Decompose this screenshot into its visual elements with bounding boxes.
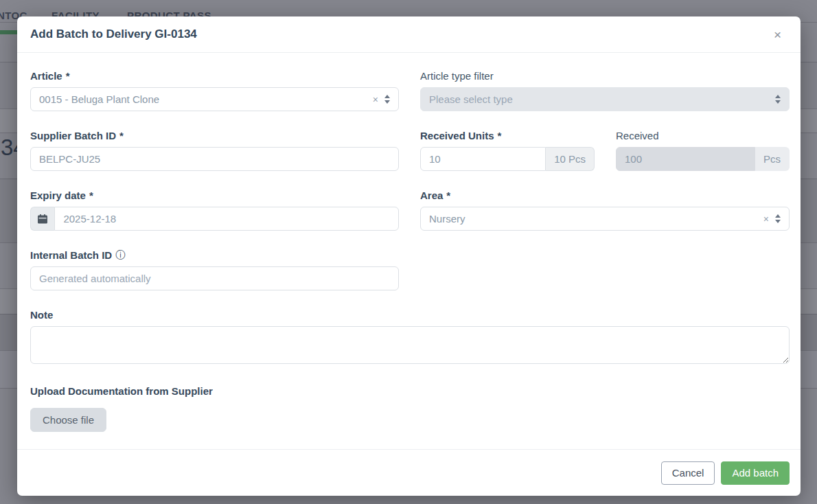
required-marker: * [498, 129, 502, 142]
supplier-batch-id-label: Supplier Batch ID * [30, 129, 399, 142]
modal-header: Add Batch to Delivery GI-0134 × [17, 16, 801, 53]
modal-title: Add Batch to Delivery GI-0134 [30, 27, 197, 41]
received-addon: Pcs [755, 147, 790, 171]
expiry-date-input[interactable] [54, 207, 399, 231]
expiry-date-label: Expiry date * [30, 189, 399, 202]
modal-footer: Cancel Add batch [17, 449, 801, 496]
area-select[interactable]: Nursery × [420, 207, 790, 231]
required-marker: * [119, 129, 124, 142]
article-select-value: 0015 - Beluga Plant Clone [39, 93, 373, 105]
internal-batch-id-input[interactable] [30, 266, 399, 290]
received-units-addon: 10 Pcs [546, 147, 595, 171]
upload-documentation-label: Upload Documentation from Supplier [30, 385, 790, 398]
modal-body: Article * 0015 - Beluga Plant Clone × Ar… [17, 53, 801, 449]
note-textarea[interactable] [30, 326, 790, 364]
close-icon[interactable]: × [771, 25, 784, 44]
received-label: Received [616, 129, 790, 142]
info-icon[interactable]: ⓘ [115, 249, 125, 262]
supplier-batch-id-input[interactable] [30, 147, 399, 171]
calendar-icon[interactable] [30, 207, 54, 231]
received-input [616, 147, 755, 171]
article-type-filter-select[interactable]: Please select type [420, 87, 790, 111]
note-label: Note [30, 308, 790, 321]
sort-arrows-icon [775, 95, 781, 104]
article-label: Article * [30, 69, 399, 82]
received-units-label: Received Units * [420, 129, 595, 142]
clear-icon[interactable]: × [763, 214, 769, 225]
sort-arrows-icon [775, 214, 781, 223]
article-type-filter-label: Article type filter [420, 69, 790, 82]
clear-icon[interactable]: × [373, 94, 378, 105]
sort-arrows-icon [384, 95, 390, 104]
add-batch-modal: Add Batch to Delivery GI-0134 × Article … [17, 16, 801, 496]
choose-file-button[interactable]: Choose file [30, 408, 106, 432]
required-marker: * [446, 189, 450, 202]
article-select[interactable]: 0015 - Beluga Plant Clone × [30, 87, 399, 111]
add-batch-button[interactable]: Add batch [721, 461, 790, 485]
required-marker: * [89, 189, 93, 202]
required-marker: * [66, 69, 70, 82]
received-units-input[interactable] [420, 147, 546, 171]
cancel-button[interactable]: Cancel [661, 461, 715, 485]
area-label: Area * [420, 189, 790, 202]
article-type-filter-placeholder: Please select type [429, 93, 775, 105]
area-select-value: Nursery [429, 213, 763, 225]
internal-batch-id-label: Internal Batch ID ⓘ [30, 249, 399, 262]
